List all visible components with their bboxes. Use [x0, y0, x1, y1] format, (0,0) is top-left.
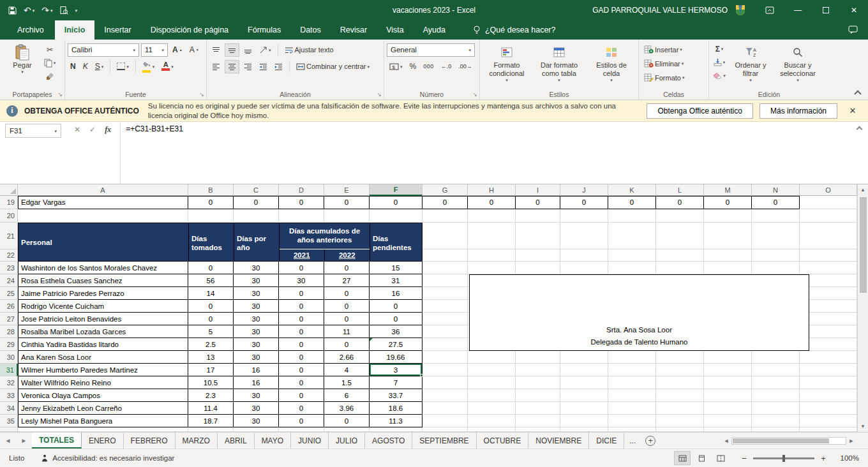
row-header-selected[interactable]: 31 [0, 364, 18, 376]
column-header[interactable]: E [324, 184, 370, 196]
bold-button[interactable]: N [68, 60, 79, 73]
cell[interactable]: 0 [324, 262, 370, 274]
signature-text-box[interactable]: Srta. Ana Sosa Loor Delegada de Talento … [469, 274, 809, 351]
cell[interactable] [560, 262, 608, 274]
cell[interactable]: 30 [234, 351, 279, 364]
cell[interactable] [516, 223, 560, 249]
table-header-block[interactable]: Personal Días tomados Días por año Días … [18, 223, 423, 262]
format-as-table-button[interactable]: Dar formato como tabla ▾ [535, 41, 583, 89]
cell[interactable] [656, 223, 704, 249]
customize-qat-button[interactable]: ▾ [72, 2, 81, 19]
row-header[interactable]: 32 [0, 376, 18, 389]
cell[interactable] [468, 427, 516, 432]
cell[interactable] [423, 223, 468, 249]
cell[interactable]: 11 [324, 325, 370, 338]
cell[interactable] [560, 209, 608, 223]
cell[interactable] [656, 402, 704, 415]
sheet-tab-noviembre[interactable]: NOVIEMBRE [528, 433, 589, 448]
header-cell-dias-tomados[interactable]: Días tomados [189, 223, 234, 261]
cell[interactable] [560, 223, 608, 249]
cell[interactable]: 30 [234, 415, 279, 427]
clear-button[interactable]: ▾ [712, 70, 727, 81]
column-header[interactable]: O [800, 184, 857, 196]
row-header[interactable]: 24 [0, 274, 18, 287]
cell[interactable]: 56 [188, 274, 234, 287]
column-header[interactable]: B [188, 184, 234, 196]
cell[interactable] [800, 376, 857, 389]
row-header[interactable]: 25 [0, 287, 18, 300]
cell[interactable] [423, 262, 468, 274]
cell[interactable] [468, 223, 516, 249]
insert-cells-button[interactable]: Insertar▾ [641, 43, 706, 56]
select-all-corner[interactable] [0, 184, 18, 196]
underline-button[interactable]: S▾ [93, 60, 107, 73]
zoom-in-button[interactable]: + [819, 454, 827, 463]
cell[interactable]: 0 [370, 196, 423, 209]
cell[interactable]: Rodrigo Vicente Cuicham [18, 300, 188, 313]
page-break-view-button[interactable] [712, 451, 729, 465]
column-header-selected[interactable]: F [370, 184, 423, 196]
tab-vista[interactable]: Vista [377, 20, 414, 40]
cell[interactable]: Walter Wilfrido Reino Reino [18, 376, 188, 389]
column-header[interactable]: I [516, 184, 560, 196]
cell[interactable] [423, 427, 468, 432]
cell[interactable]: Wilmer Humberto Paredes Martinez [18, 364, 188, 376]
cell[interactable] [423, 249, 468, 262]
cell[interactable]: 7 [370, 376, 423, 389]
zoom-slider[interactable] [753, 457, 814, 459]
cell[interactable] [423, 313, 468, 325]
cell[interactable] [560, 376, 608, 389]
cell[interactable] [423, 389, 468, 402]
cell[interactable] [468, 364, 516, 376]
font-size-select[interactable]: 11▾ [141, 43, 168, 57]
wrap-text-button[interactable]: Ajustar texto [282, 43, 336, 57]
orientation-button[interactable]: ▾ [257, 43, 274, 57]
decrease-decimal-button[interactable]: .00→ [456, 60, 475, 73]
row-header[interactable]: 29 [0, 338, 18, 351]
cell[interactable] [516, 262, 560, 274]
sheet-nav-right-icon[interactable]: ► [16, 433, 32, 448]
cell[interactable] [18, 209, 188, 223]
cell[interactable]: Ana Karen Sosa Loor [18, 351, 188, 364]
cell[interactable] [752, 427, 800, 432]
cell[interactable]: 0 [188, 196, 234, 209]
align-center-button[interactable] [225, 60, 239, 73]
cell[interactable] [516, 415, 560, 427]
increase-decimal-button[interactable]: ←.0 [438, 60, 454, 73]
cell[interactable]: 0 [279, 313, 324, 325]
column-header[interactable]: H [468, 184, 516, 196]
cell[interactable]: 0 [279, 402, 324, 415]
dialog-launcher-icon[interactable]: ↘ [472, 92, 477, 98]
cell[interactable] [656, 249, 704, 262]
cell[interactable]: Veronica Olaya Campos [18, 389, 188, 402]
cell[interactable] [423, 351, 468, 364]
cell[interactable]: 0 [188, 262, 234, 274]
header-cell-2022[interactable]: 2022 [325, 249, 370, 261]
close-button[interactable]: ✕ [840, 0, 868, 20]
cell[interactable] [560, 427, 608, 432]
sheet-tab-febrero[interactable]: FEBRERO [124, 433, 176, 448]
merge-center-button[interactable]: Combinar y centrar▾ [294, 60, 372, 73]
comment-icon[interactable] [848, 20, 858, 40]
column-header[interactable]: N [752, 184, 800, 196]
cell[interactable] [656, 262, 704, 274]
scroll-down-icon[interactable]: ▼ [858, 421, 868, 432]
cell[interactable] [704, 376, 752, 389]
cell[interactable] [468, 209, 516, 223]
cell[interactable]: 17 [188, 364, 234, 376]
paste-button[interactable]: Pegar ▾ [3, 41, 42, 89]
ribbon-display-options-button[interactable] [756, 0, 784, 20]
row-header[interactable]: 30 [0, 351, 18, 364]
cell[interactable] [704, 223, 752, 249]
cell[interactable]: 1.5 [324, 376, 370, 389]
cell[interactable]: 14 [188, 287, 234, 300]
cell-styles-button[interactable]: Estilos de celda ▾ [587, 41, 636, 89]
cell[interactable]: Jaime Patricio Paredes Perrazo [18, 287, 188, 300]
cell[interactable]: 0 [324, 415, 370, 427]
cell[interactable]: 2.3 [188, 389, 234, 402]
cell[interactable] [370, 427, 423, 432]
cell[interactable] [279, 209, 324, 223]
conditional-formatting-button[interactable]: Formato condicional ▾ [483, 41, 531, 89]
cell[interactable] [608, 262, 656, 274]
cell[interactable] [560, 364, 608, 376]
